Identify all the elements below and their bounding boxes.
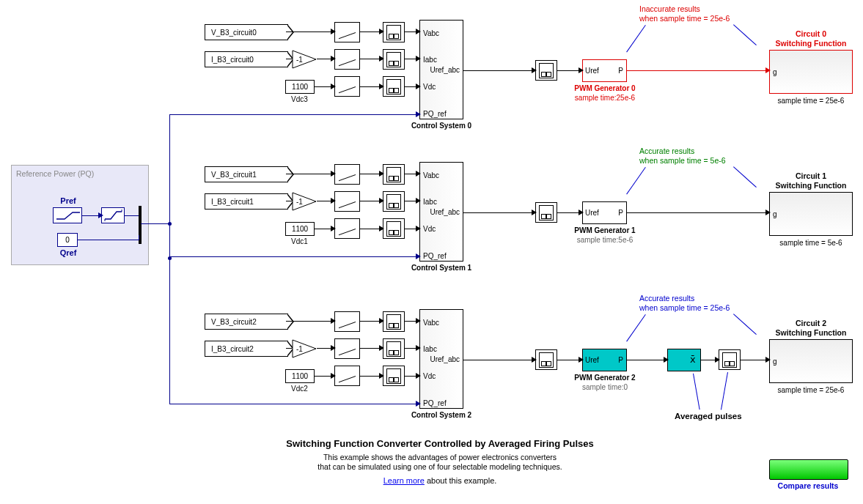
const-1100[interactable]: 1100 — [285, 369, 315, 383]
from-i-tag[interactable]: I_B3_circuit1 — [205, 193, 288, 210]
demux-uref[interactable] — [535, 60, 557, 81]
demux-uref[interactable] — [535, 349, 557, 370]
port-vabc: Vabc — [423, 171, 439, 179]
circuit-port-g: g — [773, 68, 777, 76]
demux-block-v[interactable] — [383, 311, 405, 332]
pref-source-block[interactable] — [53, 207, 82, 223]
tf-block-v[interactable] — [334, 311, 360, 332]
port-iabc: Iabc — [423, 345, 437, 353]
annot1: Inaccurate results — [639, 4, 700, 13]
gain-block[interactable]: -1 — [292, 192, 317, 212]
svg-text:-1: -1 — [296, 345, 303, 353]
pwm-generator-block[interactable]: Uref P — [582, 349, 627, 371]
control-system-block[interactable]: Vabc Iabc Vdc PQ_ref Uref_abc — [419, 162, 463, 262]
learn-more-line: Learn more about this example. — [220, 476, 660, 485]
compare-results-button[interactable] — [769, 459, 848, 480]
circuit-block[interactable]: g — [769, 192, 853, 236]
tf-block-vdc[interactable] — [334, 218, 360, 239]
gain-block[interactable]: -1 — [292, 339, 317, 360]
from-i-tag[interactable]: I_B3_circuit2 — [205, 341, 288, 357]
circuit-block[interactable]: g — [769, 339, 853, 383]
example-desc1: This example shows the advantages of pow… — [220, 453, 660, 462]
port-uref: Uref_abc — [430, 66, 460, 74]
pwm-label: PWM Generator 2 — [566, 374, 644, 382]
tf-block-vdc[interactable] — [334, 366, 360, 386]
avg-line-left — [693, 374, 700, 410]
control-system-block[interactable]: Vabc Iabc Vdc PQ_ref Uref_abc — [419, 20, 463, 119]
gain-block[interactable]: -1 — [292, 50, 317, 70]
demux-block-i[interactable] — [383, 49, 405, 70]
annot1: Accurate results — [639, 294, 694, 303]
learn-more-link[interactable]: Learn more — [383, 476, 425, 485]
tf-block-i[interactable] — [334, 338, 360, 359]
example-desc2: that can be simulated using one of four … — [220, 462, 660, 471]
tf-block-v[interactable] — [334, 22, 360, 42]
pwm-in: Uref — [585, 356, 599, 364]
port-pqref: PQ_ref — [423, 252, 447, 260]
port-pqref: PQ_ref — [423, 399, 447, 407]
port-vdc: Vdc — [423, 372, 436, 380]
port-vabc: Vabc — [423, 29, 439, 37]
port-iabc: Iabc — [423, 56, 437, 64]
pwm-label: PWM Generator 1 — [566, 226, 644, 234]
port-uref: Uref_abc — [430, 208, 460, 216]
circuit-title2: Switching Function — [769, 39, 853, 48]
avg-line-right — [721, 372, 728, 410]
vdc-label: Vdc2 — [291, 385, 308, 393]
control-system-label: Control System 2 — [405, 411, 478, 419]
demux-block-v[interactable] — [383, 22, 405, 42]
averaged-pulses-label: Averaged pulses — [675, 412, 742, 420]
tf-block-vdc[interactable] — [334, 76, 360, 97]
pwm-generator-block[interactable]: Uref P — [582, 201, 627, 224]
circuit-title1: Circuit 1 — [769, 171, 853, 180]
circuit-sample: sample time = 5e-6 — [769, 239, 853, 247]
svg-text:V_B3_circuit2: V_B3_circuit2 — [211, 318, 257, 326]
compare-results-label: Compare results — [769, 481, 847, 490]
qref-const-block[interactable]: 0 — [57, 233, 78, 247]
demux-block-i[interactable] — [383, 338, 405, 359]
tf-block-i[interactable] — [334, 191, 360, 212]
pwm-sample: sample time:25e-6 — [566, 94, 644, 102]
example-title: Switching Function Converter Controlled … — [220, 438, 660, 449]
pwm-sample: sample time:5e-6 — [566, 236, 644, 244]
demux-block-vdc[interactable] — [383, 218, 405, 239]
control-system-label: Control System 0 — [405, 122, 478, 130]
pwm-label: PWM Generator 0 — [566, 84, 644, 92]
from-v-tag[interactable]: V_B3_circuit1 — [205, 166, 288, 182]
annot2: when sample time = 5e-6 — [639, 156, 726, 165]
mean-block[interactable]: x̄ — [667, 349, 701, 371]
annot-line-right — [733, 166, 757, 188]
demux-block-i[interactable] — [383, 191, 405, 212]
const-1100[interactable]: 1100 — [285, 222, 315, 236]
svg-text:-1: -1 — [296, 198, 303, 206]
annot-line-right — [733, 314, 757, 335]
annot2: when sample time = 25e-6 — [639, 14, 730, 23]
svg-text:V_B3_circuit0: V_B3_circuit0 — [211, 29, 257, 37]
demux-block-vdc[interactable] — [383, 366, 405, 386]
const-1100[interactable]: 1100 — [285, 80, 315, 94]
port-vdc: Vdc — [423, 83, 436, 91]
svg-text:-1: -1 — [296, 56, 303, 64]
from-i-tag[interactable]: I_B3_circuit0 — [205, 51, 288, 67]
svg-text:I_B3_circuit0: I_B3_circuit0 — [211, 56, 254, 64]
svg-text:I_B3_circuit2: I_B3_circuit2 — [211, 345, 254, 353]
demux-post-mean[interactable] — [719, 349, 741, 370]
from-v-tag[interactable]: V_B3_circuit2 — [205, 314, 288, 330]
control-system-block[interactable]: Vabc Iabc Vdc PQ_ref Uref_abc — [419, 309, 463, 409]
annot-line-left — [626, 25, 646, 52]
from-v-tag[interactable]: V_B3_circuit0 — [205, 24, 288, 40]
tf-block-v[interactable] — [334, 164, 360, 185]
demux-block-v[interactable] — [383, 164, 405, 185]
pref-label: Pref — [57, 196, 79, 205]
reference-power-subsystem[interactable]: Reference Power (PQ) Pref 0 Qref — [11, 165, 149, 265]
circuit-block[interactable]: g — [769, 50, 853, 94]
pwm-generator-block[interactable]: Uref P — [582, 59, 627, 82]
demux-block-vdc[interactable] — [383, 76, 405, 97]
demux-uref[interactable] — [535, 202, 557, 223]
annot-line-right — [733, 24, 757, 45]
pwm-out: P — [618, 67, 623, 75]
circuit-sample: sample time = 25e-6 — [769, 386, 853, 394]
pwm-out: P — [618, 209, 623, 217]
tf-block-i[interactable] — [334, 49, 360, 70]
rate-limiter-block[interactable] — [101, 207, 125, 223]
